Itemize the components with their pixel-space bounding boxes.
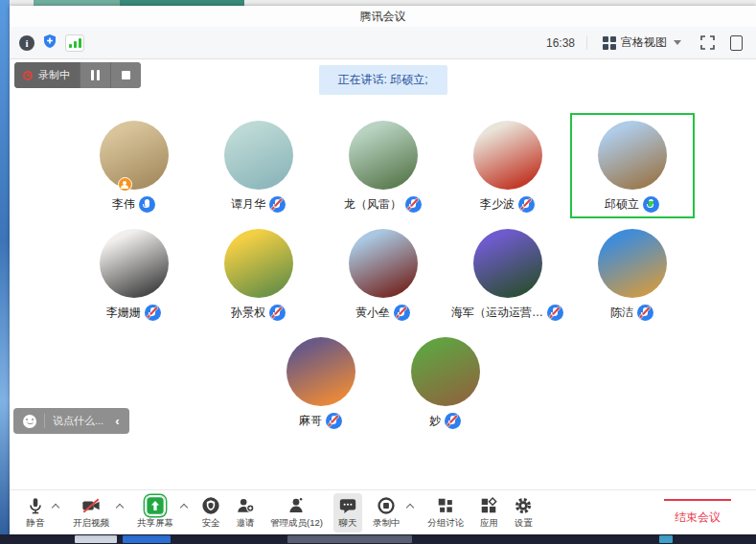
meeting-window: 腾讯会议 i 16:38 宫格视图 xyxy=(10,6,756,534)
participant-tile[interactable]: 黄小垒 xyxy=(321,221,446,327)
chat-icon xyxy=(338,496,357,515)
mic-muted-icon xyxy=(269,305,286,321)
participant-avatar xyxy=(473,229,542,298)
toolbar-label: 聊天 xyxy=(338,517,356,530)
participant-tile[interactable]: 陈洁 xyxy=(570,221,695,327)
view-mode-selector[interactable]: 宫格视图 xyxy=(595,32,689,54)
taskbar-item[interactable] xyxy=(659,535,673,543)
participant-name-row: 海军（运动运营… xyxy=(451,305,563,321)
toolbar-group-camera-off: 开启视频 xyxy=(68,493,126,533)
participant-tile[interactable]: 孙景权 xyxy=(196,221,321,327)
toolbar-label: 共享屏幕 xyxy=(137,517,173,530)
speaking-banner: 正在讲话: 邱硕立; xyxy=(318,65,447,95)
participant-tile[interactable]: 邱硕立 xyxy=(570,113,695,218)
end-meeting-indicator xyxy=(664,499,731,501)
camera-off-button[interactable]: 开启视频 xyxy=(68,493,114,533)
emoji-icon[interactable] xyxy=(23,415,36,428)
meeting-shield-icon[interactable] xyxy=(42,34,57,53)
mic-slash xyxy=(521,198,533,210)
participant-name-row: 李少波 xyxy=(480,196,535,213)
taskbar-item[interactable] xyxy=(75,535,117,543)
participant-tile[interactable]: 妙 xyxy=(383,329,508,435)
participant-name: 李伟 xyxy=(112,196,135,213)
mic-slash xyxy=(397,306,408,318)
settings-button[interactable]: 设置 xyxy=(509,493,538,533)
meeting-content: 录制中 正在讲话: 邱硕立; 李伟谭月华龙（风雷）李少波邱硕立李姗姗孙景权黄小垒… xyxy=(10,59,756,489)
toolbar-group-mic: 静音 xyxy=(21,493,62,533)
windows-taskbar[interactable] xyxy=(0,534,756,544)
fullscreen-button[interactable] xyxy=(697,34,718,53)
pause-recording-button[interactable] xyxy=(80,62,110,88)
toolbar-label: 开启视频 xyxy=(73,517,109,530)
mic-icon xyxy=(26,496,45,515)
collapse-chat-icon[interactable]: ‹ xyxy=(115,415,119,427)
participant-tile[interactable]: 李伟 xyxy=(72,113,196,218)
participant-name-row: 麻哥 xyxy=(299,413,342,429)
chat-button[interactable]: 聊天 xyxy=(333,493,362,533)
invite-button[interactable]: 邀请 xyxy=(231,493,260,533)
participant-tile[interactable]: 李姗姗 xyxy=(72,221,196,327)
chevron-up-icon[interactable] xyxy=(179,502,189,511)
participant-name-row: 李姗姗 xyxy=(106,305,161,321)
stop-recording-button[interactable] xyxy=(110,62,141,88)
members-icon xyxy=(286,496,306,515)
toolbar-group-breakout: 分组讨论 xyxy=(423,493,469,533)
toolbar-label: 应用 xyxy=(480,517,498,530)
mic-muted-icon xyxy=(518,196,535,213)
layout-window-button[interactable] xyxy=(725,34,746,53)
participant-avatar xyxy=(286,337,355,406)
toolbar-label: 邀请 xyxy=(237,517,255,530)
participant-tile[interactable]: 李少波 xyxy=(446,113,570,218)
participant-tile[interactable]: 麻哥 xyxy=(259,329,383,435)
participant-tile[interactable]: 龙（风雷） xyxy=(321,113,446,218)
participant-name-row: 陈洁 xyxy=(610,305,653,321)
chevron-up-icon[interactable] xyxy=(115,502,125,511)
window-titlebar: 腾讯会议 xyxy=(10,6,756,27)
participant-name: 龙（风雷） xyxy=(344,196,401,213)
chevron-up-icon[interactable] xyxy=(51,502,60,511)
participant-name: 李姗姗 xyxy=(106,305,141,321)
bottom-toolbar: 静音开启视频共享屏幕安全邀请管理成员(12)聊天录制中分组讨论应用设置 结束会议 xyxy=(10,489,756,534)
mic-slash xyxy=(148,306,159,318)
participant-row: 李姗姗孙景权黄小垒海军（运动运营…陈洁 xyxy=(72,221,695,327)
participant-name: 陈洁 xyxy=(610,305,633,321)
participant-avatar xyxy=(473,121,542,190)
participant-avatar xyxy=(349,229,418,298)
toolbar-group-apps: 应用 xyxy=(474,493,503,533)
record-button[interactable]: 录制中 xyxy=(368,493,405,533)
toolbar-items: 静音开启视频共享屏幕安全邀请管理成员(12)聊天录制中分组讨论应用设置 xyxy=(21,493,538,533)
share-screen-icon xyxy=(146,496,165,515)
participant-tile[interactable]: 谭月华 xyxy=(196,113,321,218)
invite-icon xyxy=(236,496,255,515)
chat-placeholder[interactable]: 说点什么... xyxy=(53,414,103,428)
security-button[interactable]: 安全 xyxy=(196,493,225,533)
participant-name-row: 谭月华 xyxy=(231,196,286,213)
mic-muted-icon xyxy=(394,305,410,321)
toolbar-group-chat: 聊天 xyxy=(333,493,362,533)
participant-grid: 李伟谭月华龙（风雷）李少波邱硕立李姗姗孙景权黄小垒海军（运动运营…陈洁麻哥妙 xyxy=(10,113,756,438)
breakout-button[interactable]: 分组讨论 xyxy=(423,493,469,533)
share-screen-button[interactable]: 共享屏幕 xyxy=(132,493,178,533)
participant-avatar xyxy=(100,121,169,190)
taskbar-item[interactable] xyxy=(123,535,171,543)
participant-name: 邱硕立 xyxy=(605,196,639,213)
meeting-timer: 16:38 xyxy=(535,36,587,50)
mic-button[interactable]: 静音 xyxy=(21,493,50,533)
mic-on-icon xyxy=(139,196,155,213)
meeting-info-icon[interactable]: i xyxy=(19,35,34,51)
end-meeting-button[interactable]: 结束会议 xyxy=(664,499,731,526)
mic-muted-icon xyxy=(405,196,422,213)
toolbar-label: 静音 xyxy=(27,517,45,530)
mic-slash xyxy=(640,306,652,318)
mic-slash xyxy=(550,306,561,318)
taskbar-item[interactable] xyxy=(287,535,412,543)
security-icon xyxy=(201,496,220,515)
settings-icon xyxy=(514,496,533,515)
network-quality-icon[interactable] xyxy=(65,34,84,52)
chevron-up-icon[interactable] xyxy=(405,502,415,511)
apps-button[interactable]: 应用 xyxy=(474,493,503,533)
members-button[interactable]: 管理成员(12) xyxy=(265,493,328,533)
participant-tile[interactable]: 海军（运动运营… xyxy=(446,221,570,327)
chat-input-bubble[interactable]: 说点什么... ‹ xyxy=(13,408,129,434)
mic-muted-icon xyxy=(637,305,653,321)
